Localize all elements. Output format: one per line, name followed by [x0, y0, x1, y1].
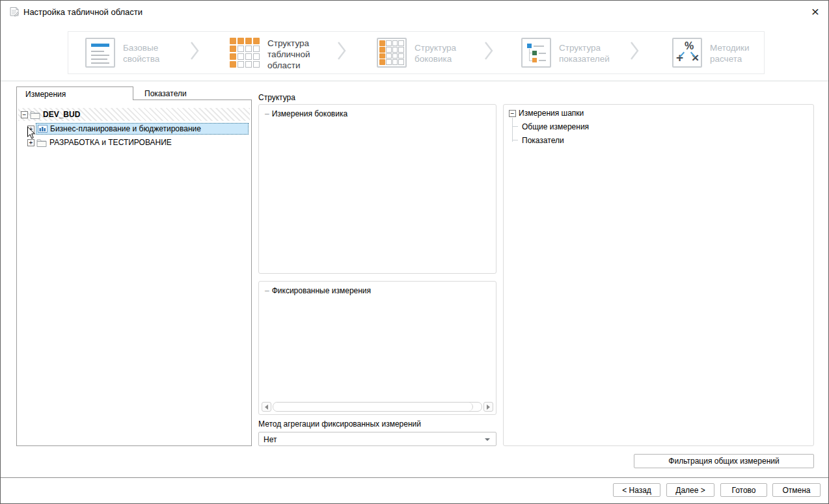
- tree-label-dev-bud: DEV_BUD: [43, 110, 80, 119]
- common-dimensions-node[interactable]: Общие измерения: [522, 122, 589, 131]
- aggregation-method-label: Метод агрегации фиксированных измерений: [258, 419, 421, 429]
- tree-row-development-testing[interactable]: + РАЗРАБОТКА и ТЕСТИРОВАНИЕ: [18, 136, 250, 149]
- table-left-column-icon[interactable]: [377, 38, 407, 68]
- chevron-right-icon: [336, 40, 347, 64]
- aggregation-method-value: Нет: [264, 435, 277, 444]
- scroll-right-button[interactable]: [483, 402, 493, 412]
- tree-row-dev-bud[interactable]: − DEV_BUD: [18, 108, 250, 121]
- header-separator: [1, 81, 828, 81]
- window-title: Настройка табличной области: [23, 7, 143, 17]
- tab-dimensions[interactable]: Измерения: [16, 86, 133, 100]
- wizard-step-indicators-structure[interactable]: Структура показателей: [559, 42, 629, 64]
- document-lines-icon[interactable]: [85, 38, 115, 68]
- footer-separator: [1, 477, 828, 478]
- side-dimensions-dropzone[interactable]: – Измерения боковика: [258, 104, 496, 274]
- dimensions-tree-panel: − DEV_BUD + Бизнес-планирование и бюджет…: [16, 99, 252, 446]
- chevron-right-icon: [629, 40, 640, 64]
- tree-connector: [512, 118, 513, 142]
- header-dimensions-node[interactable]: − Измерения шапки: [509, 109, 584, 118]
- wizard-step-sidehead-structure[interactable]: Структура боковика: [414, 42, 485, 64]
- wizard-step-table-area-structure[interactable]: Структура табличной области: [267, 38, 338, 71]
- triangle-left-icon: [265, 405, 268, 410]
- header-dimensions-label: Измерения шапки: [519, 109, 584, 118]
- side-dimensions-node[interactable]: – Измерения боковика: [265, 109, 347, 118]
- tree-label-development-testing: РАЗРАБОТКА и ТЕСТИРОВАНИЕ: [49, 138, 172, 147]
- tree-label-business-planning: Бизнес-планирование и бюджетирование: [50, 124, 201, 133]
- chevron-down-icon: [485, 438, 490, 441]
- close-icon[interactable]: ×: [807, 3, 824, 20]
- header-dimensions-panel[interactable]: − Измерения шапки Общие измерения Показа…: [503, 104, 814, 446]
- document-edit-icon: [9, 7, 20, 20]
- fixed-dimensions-node[interactable]: – Фиксированные измерения: [265, 286, 371, 295]
- expand-toggle-icon[interactable]: +: [27, 126, 34, 133]
- table-header-and-column-icon[interactable]: [230, 38, 260, 68]
- folder-icon: [30, 111, 40, 119]
- scrollbar-track[interactable]: [273, 402, 482, 412]
- structure-section-title: Структура: [258, 93, 295, 102]
- tree-connector: [512, 126, 518, 127]
- horizontal-scrollbar[interactable]: [262, 402, 493, 412]
- collapse-toggle-icon[interactable]: −: [21, 111, 28, 118]
- tree-structure-icon[interactable]: [521, 38, 551, 68]
- table-area-settings-dialog: Настройка табличной области × Базовые св…: [0, 0, 829, 504]
- tab-indicators[interactable]: Показатели: [133, 86, 251, 100]
- expand-toggle-icon[interactable]: +: [27, 139, 34, 146]
- fixed-dimensions-dropzone[interactable]: – Фиксированные измерения: [258, 281, 496, 415]
- chevron-right-icon: [189, 40, 200, 64]
- finish-button[interactable]: Готово: [720, 483, 767, 497]
- folder-icon: [36, 139, 47, 147]
- scroll-left-button[interactable]: [262, 402, 271, 412]
- collapse-toggle-icon[interactable]: −: [509, 110, 516, 117]
- selected-tree-item[interactable]: Бизнес-планирование и бюджетирование: [36, 123, 249, 135]
- tree-dash-icon: –: [265, 286, 269, 295]
- scrollbar-thumb[interactable]: [273, 403, 473, 411]
- wizard-step-basic-properties[interactable]: Базовые свойства: [123, 42, 193, 64]
- triangle-right-icon: [487, 405, 490, 410]
- back-button[interactable]: < Назад: [613, 483, 660, 497]
- cube-chart-icon: [38, 125, 48, 133]
- tree-row-business-planning[interactable]: + Бизнес-планирование и бюджетирование: [18, 122, 250, 135]
- wizard-step-calculation-methods[interactable]: Методики расчета: [710, 42, 780, 64]
- fixed-dimensions-label: Фиксированные измерения: [272, 286, 371, 295]
- cancel-button[interactable]: Отмена: [772, 483, 821, 497]
- calculation-operators-icon[interactable]: % + ×: [672, 38, 702, 68]
- side-dimensions-label: Измерения боковика: [272, 109, 347, 118]
- aggregation-method-select[interactable]: Нет: [258, 432, 496, 446]
- tree-dash-icon: –: [265, 109, 269, 118]
- next-button[interactable]: Далее >: [666, 483, 714, 497]
- indicators-node[interactable]: Показатели: [522, 136, 564, 145]
- chevron-right-icon: [483, 40, 494, 64]
- titlebar: Настройка табличной области ×: [1, 1, 828, 23]
- filter-common-dimensions-button[interactable]: Фильтрация общих измерений: [634, 454, 814, 468]
- tree-connector: [512, 140, 518, 140]
